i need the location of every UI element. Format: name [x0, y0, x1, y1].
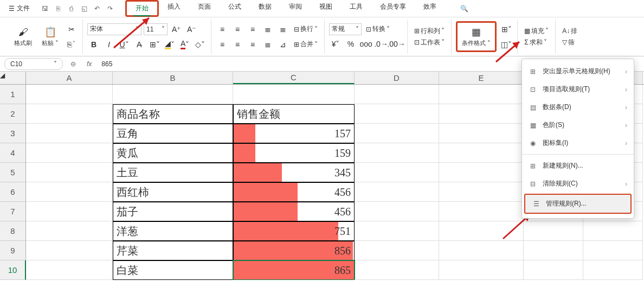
row-header-5[interactable]: 5 — [0, 163, 26, 182]
clear-format-icon[interactable]: ◇˅ — [194, 38, 207, 51]
decimal-increase-icon[interactable]: .0→ — [375, 37, 388, 50]
cell[interactable]: 销售金额 — [233, 104, 355, 124]
cell[interactable] — [26, 143, 113, 163]
menu-item[interactable]: ▤数据条(D)› — [522, 98, 634, 116]
cell[interactable]: 345 — [233, 163, 355, 182]
cell[interactable] — [439, 241, 524, 260]
cell[interactable]: 865 — [233, 260, 355, 280]
row-header-3[interactable]: 3 — [0, 124, 26, 143]
cell[interactable] — [233, 85, 355, 104]
cell[interactable] — [524, 221, 583, 241]
cell[interactable]: 黄瓜 — [113, 143, 233, 163]
thousand-sep-icon[interactable]: ooo — [359, 37, 372, 50]
cell[interactable] — [355, 202, 439, 221]
tab-data[interactable]: 数据 — [250, 0, 280, 17]
bold-icon[interactable]: B — [87, 38, 100, 51]
cell[interactable] — [26, 85, 113, 104]
save-icon[interactable]: 🖫 — [41, 4, 49, 13]
col-header-d[interactable]: D — [355, 72, 439, 84]
tab-insert[interactable]: 插入 — [159, 0, 189, 17]
menu-item[interactable]: ⊞突出显示单元格规则(H)› — [522, 62, 634, 80]
tab-vip[interactable]: 会员专享 — [371, 0, 415, 17]
cell[interactable] — [439, 221, 524, 241]
cancel-formula-icon[interactable]: ⊖ — [67, 60, 79, 68]
cell[interactable] — [26, 221, 113, 241]
cell[interactable] — [355, 85, 439, 104]
align-bottom-icon[interactable]: ≡ — [246, 23, 259, 36]
cell-style-icon[interactable]: ◫˅ — [500, 38, 513, 51]
cell[interactable] — [113, 85, 233, 104]
cell[interactable] — [524, 241, 583, 260]
cell[interactable] — [583, 260, 643, 280]
cell[interactable] — [439, 202, 524, 221]
align-left-icon[interactable]: ≡ — [216, 38, 229, 51]
menu-item[interactable]: ▦色阶(S)› — [522, 116, 634, 134]
tab-view[interactable]: 视图 — [311, 0, 341, 17]
font-size-select[interactable]: 11˅ — [144, 23, 168, 35]
redo-icon[interactable]: ↷ — [106, 4, 114, 13]
cell[interactable] — [524, 260, 583, 280]
cell[interactable] — [439, 182, 524, 202]
percent-icon[interactable]: % — [344, 37, 357, 50]
convert-button[interactable]: ⊡ 转换˅ — [364, 24, 392, 34]
cell[interactable] — [355, 241, 439, 260]
wrap-text-button[interactable]: ⊟ 换行˅ — [292, 24, 320, 34]
cell[interactable]: 西红柿 — [113, 182, 233, 202]
font-color-icon[interactable]: A˅ — [178, 38, 191, 51]
sort-button[interactable]: A↓ 排 — [560, 27, 579, 36]
cell[interactable] — [439, 104, 524, 124]
col-header-b[interactable]: B — [113, 72, 233, 84]
col-header-a[interactable]: A — [26, 72, 113, 84]
col-header-c[interactable]: C — [233, 72, 355, 84]
sum-button[interactable]: Σ 求和˅ — [522, 38, 551, 47]
filter-button[interactable]: ▽ 筛 — [560, 38, 579, 47]
number-format-select[interactable]: 常规˅ — [329, 23, 362, 35]
cell[interactable] — [355, 182, 439, 202]
cell[interactable]: 芹菜 — [113, 241, 233, 260]
rows-cols-button[interactable]: ⊞ 行和列˅ — [412, 27, 447, 36]
search-icon[interactable]: 🔍 — [460, 5, 468, 12]
name-box[interactable]: C10 ˅ — [4, 58, 63, 70]
italic-icon[interactable]: I — [102, 38, 115, 51]
underline-icon[interactable]: U˅ — [118, 38, 131, 51]
paste-button[interactable]: 📋 粘贴 ˅ — [38, 24, 62, 49]
tab-start[interactable]: 开始 — [125, 0, 159, 17]
cell[interactable]: 751 — [233, 221, 355, 241]
tab-review[interactable]: 审阅 — [280, 0, 311, 17]
row-header-6[interactable]: 6 — [0, 182, 26, 202]
menu-item[interactable]: ⊡项目选取规则(T)› — [522, 80, 634, 98]
merge-button[interactable]: ⊞ 合并˅ — [292, 40, 320, 49]
undo-icon[interactable]: ↶ — [93, 4, 101, 13]
cell[interactable] — [26, 124, 113, 143]
cell[interactable] — [583, 221, 643, 241]
menu-item[interactable]: ◉图标集(I)› — [522, 134, 634, 152]
fill-color-icon[interactable]: ◢˅ — [163, 38, 176, 51]
print-icon[interactable]: ⎙ — [67, 4, 75, 13]
font-name-select[interactable]: 宋体˅ — [87, 23, 141, 35]
cell[interactable] — [355, 221, 439, 241]
font-increase-icon[interactable]: A⁺ — [170, 23, 183, 36]
cell[interactable] — [439, 143, 524, 163]
align-middle-icon[interactable]: ≡ — [231, 23, 244, 36]
strike-icon[interactable]: A̶ — [133, 38, 146, 51]
cell[interactable] — [26, 260, 113, 280]
cell[interactable]: 豆角 — [113, 124, 233, 143]
menu-item[interactable]: ⊞新建规则(N)... — [522, 157, 634, 175]
export-icon[interactable]: ⎘ — [54, 4, 62, 13]
orientation-icon[interactable]: ⊿ — [276, 38, 289, 51]
currency-icon[interactable]: ¥˅ — [329, 37, 342, 50]
cell[interactable]: 456 — [233, 182, 355, 202]
row-header-8[interactable]: 8 — [0, 221, 26, 241]
cell[interactable] — [26, 202, 113, 221]
cell[interactable]: 456 — [233, 202, 355, 221]
cell[interactable] — [26, 163, 113, 182]
row-header-1[interactable]: 1 — [0, 85, 26, 104]
cell[interactable] — [439, 124, 524, 143]
preview-icon[interactable]: ◱ — [80, 4, 88, 13]
cell[interactable] — [26, 241, 113, 260]
menu-item[interactable]: ⊟清除规则(C)› — [522, 175, 634, 193]
tab-formula[interactable]: 公式 — [220, 0, 250, 17]
cell[interactable] — [355, 124, 439, 143]
copy-icon[interactable]: ⎘˅ — [65, 38, 78, 51]
cell[interactable]: 白菜 — [113, 260, 233, 280]
